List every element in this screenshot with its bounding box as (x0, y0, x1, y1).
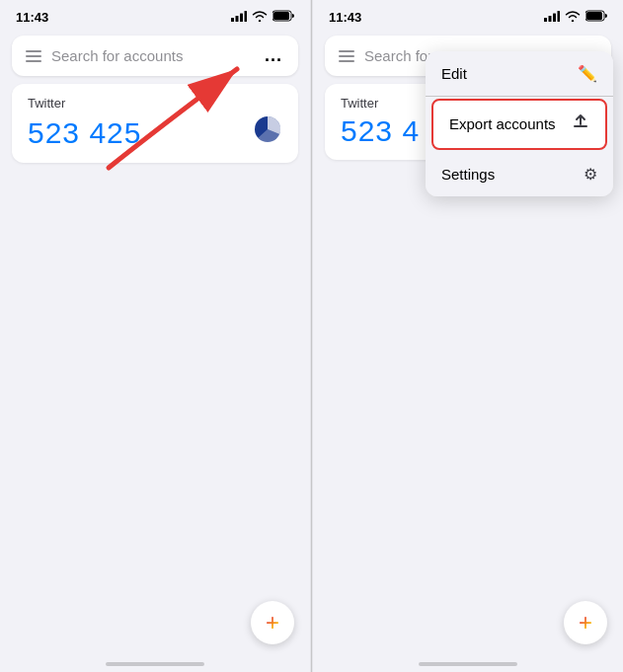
left-hamburger-icon[interactable] (26, 50, 41, 62)
svg-rect-2 (240, 13, 243, 22)
right-battery-icon (585, 8, 607, 26)
dropdown-menu: Edit ✏️ Export accounts Settings ⚙ (426, 51, 613, 196)
edit-label: Edit (441, 65, 467, 82)
right-account-number: 523 4 (341, 114, 420, 148)
right-fab-plus-icon: + (579, 609, 592, 636)
svg-rect-1 (236, 16, 239, 22)
menu-item-edit[interactable]: Edit ✏️ (426, 51, 613, 96)
wifi-icon (252, 11, 268, 24)
export-icon (572, 113, 589, 135)
right-phone-panel: 11:43 Search for accounts ... Twitter 52… (313, 0, 623, 672)
settings-icon: ⚙ (584, 165, 597, 184)
left-home-indicator (106, 662, 204, 666)
left-fab[interactable]: + (251, 601, 294, 644)
left-status-time: 11:43 (16, 10, 48, 25)
right-wifi-icon (565, 8, 581, 26)
left-status-icons (231, 8, 294, 26)
left-account-number-row: 523 425 (28, 114, 282, 151)
right-fab[interactable]: + (564, 601, 607, 644)
svg-rect-14 (574, 125, 587, 127)
svg-rect-5 (273, 12, 289, 20)
svg-rect-9 (549, 16, 552, 22)
right-hamburger-icon[interactable] (339, 50, 354, 62)
left-search-placeholder: Search for accounts (51, 47, 263, 64)
right-signal-icon (544, 8, 560, 26)
right-status-bar: 11:43 (313, 0, 623, 30)
settings-label: Settings (441, 166, 495, 183)
menu-item-export[interactable]: Export accounts (431, 99, 607, 150)
left-account-name: Twitter (28, 96, 282, 111)
left-phone-panel: 11:43 Search for accounts ... Twitter 52… (0, 0, 310, 672)
left-search-bar[interactable]: Search for accounts ... (12, 36, 298, 76)
left-pie-icon (253, 114, 282, 151)
left-account-card: Twitter 523 425 (12, 84, 298, 163)
right-status-time: 11:43 (329, 10, 361, 25)
menu-item-settings[interactable]: Settings ⚙ (426, 152, 613, 196)
svg-rect-13 (586, 12, 602, 20)
right-home-indicator (419, 662, 517, 666)
left-account-number: 523 425 (28, 116, 141, 150)
panel-separator (311, 0, 312, 672)
right-status-icons (544, 8, 607, 26)
signal-icon (231, 11, 247, 24)
edit-icon: ✏️ (578, 64, 597, 83)
svg-rect-3 (245, 11, 248, 22)
left-fab-plus-icon: + (266, 609, 279, 636)
left-more-button[interactable]: ... (263, 45, 284, 66)
battery-icon (273, 8, 294, 26)
export-label: Export accounts (449, 115, 556, 132)
svg-rect-8 (544, 18, 547, 22)
svg-rect-11 (558, 11, 561, 22)
svg-rect-10 (553, 14, 556, 23)
svg-rect-0 (231, 18, 234, 22)
left-status-bar: 11:43 (0, 0, 310, 30)
